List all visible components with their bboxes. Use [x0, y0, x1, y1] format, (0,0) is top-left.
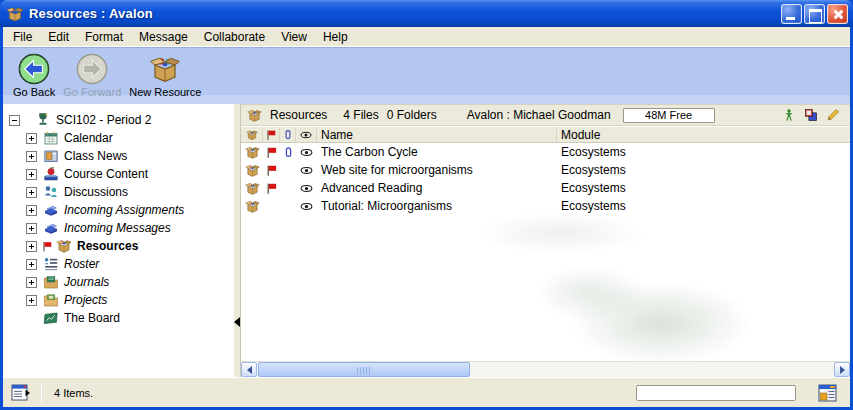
- course-content-icon: [43, 166, 59, 182]
- main-content: SCI102 - Period 2 Calendar Class News Co…: [3, 104, 850, 377]
- journals-folder-icon: [43, 274, 59, 290]
- menu-edit[interactable]: Edit: [40, 28, 77, 46]
- resource-box-icon: [246, 129, 258, 141]
- tree-item-journals[interactable]: Journals: [3, 273, 233, 291]
- tree-item-the-board[interactable]: The Board: [3, 309, 233, 327]
- list-view-icon[interactable]: [11, 384, 31, 402]
- roster-icon: [43, 256, 59, 272]
- course-tree: SCI102 - Period 2 Calendar Class News Co…: [3, 104, 233, 377]
- expand-expander[interactable]: [26, 223, 37, 234]
- expand-expander[interactable]: [26, 259, 37, 270]
- column-header-row: Name Module: [241, 126, 850, 143]
- tree-item-class-news[interactable]: Class News: [3, 147, 233, 165]
- resource-box-icon: [245, 181, 260, 196]
- menu-message[interactable]: Message: [131, 28, 196, 46]
- column-name[interactable]: Name: [317, 127, 557, 142]
- column-visibility[interactable]: [296, 127, 317, 142]
- pencil-icon[interactable]: [826, 108, 840, 122]
- file-name[interactable]: The Carbon Cycle: [317, 145, 557, 159]
- go-forward-icon: [76, 53, 108, 85]
- column-type[interactable]: [241, 127, 263, 142]
- progress-area: [636, 385, 796, 401]
- files-list: The Carbon Cycle Ecosystems Web site for…: [241, 143, 850, 361]
- expand-expander[interactable]: [26, 169, 37, 180]
- expand-expander[interactable]: [26, 277, 37, 288]
- status-bar: 4 Items.: [3, 377, 850, 407]
- expand-expander[interactable]: [26, 151, 37, 162]
- minimize-button[interactable]: [781, 4, 802, 24]
- toolbar: Go Back Go Forward New Resource: [3, 47, 850, 104]
- menu-collaborate[interactable]: Collaborate: [196, 28, 273, 46]
- scroll-left-button[interactable]: [241, 362, 257, 377]
- tree-root-sci102[interactable]: SCI102 - Period 2: [3, 111, 233, 129]
- scroll-right-button[interactable]: [834, 362, 850, 377]
- tree-item-incoming-assignments[interactable]: Incoming Assignments: [3, 201, 233, 219]
- eye-icon: [300, 129, 312, 141]
- resource-box-icon: [245, 163, 260, 178]
- expand-expander[interactable]: [26, 241, 37, 252]
- resource-box-icon: [247, 108, 262, 123]
- close-button[interactable]: [827, 4, 848, 24]
- menu-help[interactable]: Help: [315, 28, 356, 46]
- files-info-bar: Resources 4 Files 0 Folders Avalon : Mic…: [241, 105, 850, 126]
- horizontal-scrollbar[interactable]: [241, 361, 850, 377]
- collapse-expander[interactable]: [9, 115, 20, 126]
- resource-box-icon: [6, 5, 24, 23]
- person-icon[interactable]: [782, 108, 796, 122]
- eye-icon: [300, 200, 313, 213]
- table-row[interactable]: Advanced Reading Ecosystems: [241, 179, 850, 197]
- layers-icon[interactable]: [804, 108, 818, 122]
- column-attachment[interactable]: [280, 127, 296, 142]
- expand-expander[interactable]: [26, 295, 37, 306]
- tree-item-calendar[interactable]: Calendar: [3, 129, 233, 147]
- new-resource-button[interactable]: New Resource: [125, 52, 205, 99]
- folders-count: 0 Folders: [387, 108, 437, 122]
- file-name[interactable]: Advanced Reading: [317, 181, 557, 195]
- resource-box-icon: [245, 199, 260, 214]
- tree-item-incoming-messages[interactable]: Incoming Messages: [3, 219, 233, 237]
- files-count: 4 Files: [343, 108, 378, 122]
- tree-item-projects[interactable]: Projects: [3, 291, 233, 309]
- flag-icon: [265, 164, 278, 177]
- board-icon: [43, 310, 59, 326]
- expand-expander[interactable]: [26, 205, 37, 216]
- column-module[interactable]: Module: [557, 127, 850, 142]
- expand-expander[interactable]: [26, 187, 37, 198]
- resource-box-icon: [245, 145, 260, 160]
- file-name[interactable]: Web site for microorganisms: [317, 163, 557, 177]
- menu-file[interactable]: File: [5, 28, 40, 46]
- items-count-text: 4 Items.: [54, 387, 93, 399]
- collapse-panel-arrow-icon[interactable]: [234, 317, 240, 327]
- eye-icon: [300, 182, 313, 195]
- tree-item-course-content[interactable]: Course Content: [3, 165, 233, 183]
- tree-item-resources[interactable]: Resources: [3, 237, 233, 255]
- window-title: Resources : Avalon: [29, 6, 779, 21]
- calendar-icon: [43, 130, 59, 146]
- tree-item-roster[interactable]: Roster: [3, 255, 233, 273]
- panel-title: Resources: [270, 108, 327, 122]
- flag-icon: [41, 240, 53, 253]
- eye-icon: [300, 146, 313, 159]
- title-bar[interactable]: Resources : Avalon: [0, 0, 853, 27]
- menu-format[interactable]: Format: [77, 28, 131, 46]
- go-forward-button: Go Forward: [59, 52, 125, 99]
- go-back-button[interactable]: Go Back: [9, 52, 59, 99]
- expand-expander[interactable]: [26, 133, 37, 144]
- table-row[interactable]: Tutorial: Microorganisms Ecosystems: [241, 197, 850, 215]
- go-back-icon: [18, 53, 50, 85]
- class-goblet-icon: [35, 112, 51, 128]
- scrollbar-thumb[interactable]: [258, 362, 470, 377]
- file-name[interactable]: Tutorial: Microorganisms: [317, 199, 557, 213]
- table-row[interactable]: The Carbon Cycle Ecosystems: [241, 143, 850, 161]
- column-flag[interactable]: [263, 127, 280, 142]
- discussions-icon: [43, 184, 59, 200]
- maximize-button[interactable]: [804, 4, 825, 24]
- table-row[interactable]: Web site for microorganisms Ecosystems: [241, 161, 850, 179]
- menu-view[interactable]: View: [273, 28, 315, 46]
- details-view-icon[interactable]: [818, 383, 838, 403]
- panel-splitter[interactable]: [233, 104, 241, 377]
- class-news-icon: [43, 148, 59, 164]
- file-module: Ecosystems: [557, 145, 850, 159]
- paperclip-icon: [282, 129, 294, 141]
- tree-item-discussions[interactable]: Discussions: [3, 183, 233, 201]
